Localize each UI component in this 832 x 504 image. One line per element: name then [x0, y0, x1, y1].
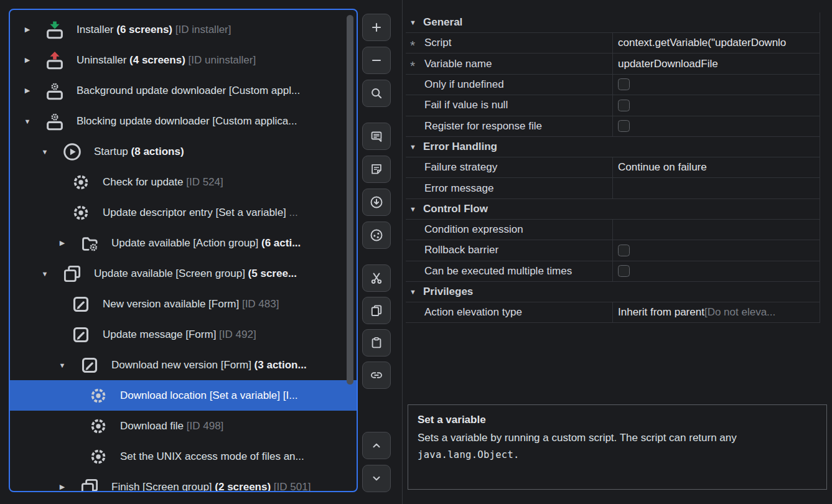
expand-arrow-icon[interactable]: ▶ — [55, 483, 70, 491]
form-icon — [79, 355, 100, 376]
property-value[interactable]: updaterDownloadFile — [612, 54, 820, 73]
property-value[interactable] — [612, 220, 820, 240]
tree-item-label: Set the UNIX access mode of files an... — [120, 450, 304, 463]
section-header: ▼Error Handling — [406, 137, 820, 157]
tree-item[interactable]: Download location [Set a variable] [I... — [10, 380, 357, 411]
tree-item[interactable]: ▼Startup (8 actions) — [10, 136, 357, 167]
collapse-arrow-icon[interactable]: ▼ — [55, 362, 70, 369]
tree-item-label: Update descriptor entry [Set a variable]… — [103, 207, 298, 219]
property-row: Rollback barrier — [406, 240, 820, 261]
screens-actions-tree-panel: ▶Installer (6 screens) [ID installer]▶Un… — [9, 9, 358, 492]
plus-icon — [369, 20, 384, 35]
property-value[interactable] — [612, 75, 820, 95]
tree-item[interactable]: ▼Update available [Screen group] (5 scre… — [10, 258, 357, 289]
cut-button[interactable] — [362, 264, 391, 292]
paste-button[interactable] — [362, 329, 391, 357]
collapse-section-icon[interactable]: ▼ — [409, 205, 417, 213]
tree-scrollbar-thumb[interactable] — [347, 15, 353, 385]
property-value[interactable] — [612, 95, 820, 115]
property-value[interactable]: Inherit from parent [Do not eleva... — [612, 302, 820, 322]
tree-item-label: Background update downloader [Custom app… — [77, 85, 300, 97]
property-value[interactable] — [612, 116, 820, 136]
property-value[interactable] — [612, 178, 820, 198]
help-description: Sets a variable by running a custom scri… — [418, 429, 817, 464]
section-title: Privileges — [423, 286, 473, 298]
remove-button[interactable] — [362, 47, 391, 74]
tree-item[interactable]: Check for update [ID 524] — [10, 167, 357, 197]
form-icon — [70, 294, 91, 315]
property-label: Only if undefined — [406, 75, 612, 95]
tree-item-label: Uninstaller (4 screens) [ID uninstaller] — [77, 54, 256, 67]
tree-item[interactable]: ▼Blocking update downloader [Custom appl… — [10, 106, 357, 136]
checkbox[interactable] — [618, 265, 630, 277]
properties-table: ▼General*Scriptcontext.getVariable("upda… — [406, 12, 820, 323]
expand-arrow-icon[interactable]: ▶ — [20, 56, 35, 64]
tree-item[interactable]: New version available [Form] [ID 483] — [10, 289, 357, 319]
tree-item[interactable]: Download file [ID 498] — [10, 411, 357, 441]
tree-item[interactable]: ▶Uninstaller (4 screens) [ID uninstaller… — [10, 45, 357, 75]
property-value[interactable]: context.getVariable("updaterDownlo — [612, 33, 820, 53]
link-button[interactable] — [362, 362, 391, 389]
custom-application-icon — [44, 80, 65, 101]
search-button[interactable] — [362, 80, 391, 107]
required-asterisk: * — [410, 58, 415, 73]
tree-item[interactable]: Set the UNIX access mode of files an... — [10, 441, 357, 472]
collapse-arrow-icon[interactable]: ▼ — [20, 118, 35, 125]
expand-arrow-icon[interactable]: ▶ — [20, 86, 35, 95]
note-button[interactable] — [362, 156, 391, 183]
tree-item-label: Startup (8 actions) — [94, 146, 184, 158]
comment-icon — [369, 129, 384, 144]
action-gear-icon — [88, 416, 109, 437]
collapse-arrow-icon[interactable]: ▼ — [37, 148, 52, 156]
property-label: Rollback barrier — [406, 240, 612, 260]
custom-application-icon — [44, 111, 65, 132]
tree-item[interactable]: ▶Installer (6 screens) [ID installer] — [10, 14, 357, 45]
download-button[interactable] — [362, 189, 391, 216]
tree-item[interactable]: Update descriptor entry [Set a variable]… — [10, 197, 357, 228]
tree-item[interactable]: ▼Download new version [Form] (3 action..… — [10, 350, 357, 380]
checkbox[interactable] — [618, 120, 630, 132]
dots-circle-icon — [369, 228, 384, 243]
tree-item-label: Update available [Action group] (6 acti.… — [111, 237, 301, 250]
section-title: Error Handling — [423, 141, 497, 153]
property-value[interactable] — [612, 261, 820, 281]
property-value[interactable] — [612, 240, 820, 260]
property-row: Register for response file — [406, 116, 820, 137]
checkbox[interactable] — [618, 78, 630, 90]
move-up-button[interactable] — [362, 432, 391, 459]
tree-item[interactable]: ▶Background update downloader [Custom ap… — [10, 75, 357, 106]
expand-arrow-icon[interactable]: ▶ — [55, 239, 70, 247]
property-value[interactable]: Continue on failure — [612, 157, 820, 177]
tree-item-label: Update message [Form] [ID 492] — [103, 329, 256, 341]
tree-item-label: Download new version [Form] (3 action... — [111, 359, 307, 371]
checkbox[interactable] — [618, 245, 630, 256]
property-row: *Variable nameupdaterDownloadFile — [406, 54, 820, 74]
expand-arrow-icon[interactable]: ▶ — [20, 26, 35, 34]
tree-content: ▶Installer (6 screens) [ID installer]▶Un… — [10, 10, 357, 491]
collapse-section-icon[interactable]: ▼ — [409, 143, 417, 151]
copy-button[interactable] — [362, 297, 391, 324]
tree-item[interactable]: ▶Update available [Action group] (6 acti… — [10, 228, 357, 258]
panel-divider — [402, 0, 403, 504]
connector-button[interactable] — [362, 222, 391, 249]
collapse-section-icon[interactable]: ▼ — [409, 288, 417, 296]
tree-scrollbar[interactable] — [346, 12, 355, 488]
tree-item[interactable]: ▶Finish [Screen group] (2 screens) [ID 5… — [10, 472, 357, 492]
collapse-section-icon[interactable]: ▼ — [409, 19, 417, 26]
property-label: Failure strategy — [406, 157, 612, 177]
tree-item-label: Download file [ID 498] — [120, 420, 223, 432]
checkbox[interactable] — [618, 100, 630, 111]
tree-item-label: Check for update [ID 524] — [103, 176, 223, 189]
tree-item-label: Update available [Screen group] (5 scree… — [94, 268, 297, 280]
help-box: Set a variable Sets a variable by runnin… — [408, 404, 827, 490]
copy-icon — [369, 303, 384, 318]
property-row: Failure strategyContinue on failure — [406, 157, 820, 178]
comment-button[interactable] — [362, 123, 391, 150]
tree-item[interactable]: Update message [Form] [ID 492] — [10, 319, 357, 350]
collapse-arrow-icon[interactable]: ▼ — [37, 270, 52, 278]
add-button[interactable] — [362, 14, 391, 41]
section-title: General — [423, 16, 462, 29]
move-down-button[interactable] — [362, 465, 391, 492]
required-asterisk: * — [410, 38, 415, 53]
download-circle-icon — [369, 195, 384, 210]
